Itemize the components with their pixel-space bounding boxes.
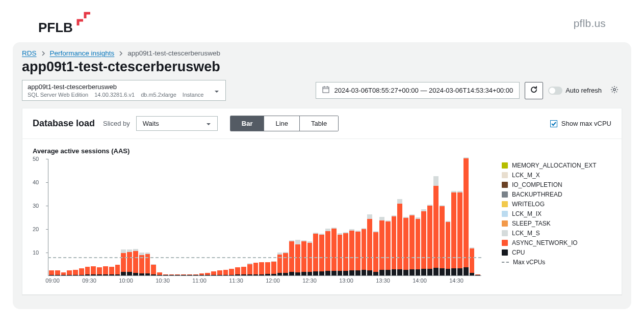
bar[interactable] [343,232,348,275]
bar[interactable] [385,220,391,275]
bar[interactable] [241,267,246,275]
gear-icon [610,86,619,96]
legend-item[interactable]: SLEEP_TASK [502,220,597,227]
legend-item[interactable]: LCK_M_X [502,172,597,179]
bar[interactable] [235,267,240,275]
bar[interactable] [55,270,60,275]
bar[interactable] [451,191,456,275]
legend-swatch [502,162,508,169]
bar[interactable] [307,241,313,275]
bar[interactable] [283,252,288,275]
bar[interactable] [163,274,168,275]
bar[interactable] [139,253,144,275]
bar[interactable] [61,272,66,275]
bar[interactable] [115,265,120,275]
bar[interactable] [331,228,337,275]
bar[interactable] [319,234,324,275]
bar[interactable] [379,217,384,275]
bar[interactable] [433,176,439,275]
chevron-right-icon [41,51,46,56]
bar[interactable] [205,273,210,275]
bar[interactable] [440,205,445,275]
bar[interactable] [223,270,228,275]
bar[interactable] [392,215,397,275]
bar[interactable] [325,229,330,275]
bar[interactable] [362,228,367,275]
view-table-button[interactable]: Table [300,116,338,131]
view-bar-button[interactable]: Bar [230,116,265,131]
settings-button[interactable] [607,83,622,98]
bar[interactable] [427,205,432,275]
show-max-vcpu-checkbox[interactable] [550,120,557,127]
brand-site-link[interactable]: pflb.us [574,17,606,30]
legend-item[interactable]: LCK_M_IX [502,210,597,217]
bar[interactable] [409,214,415,276]
chart-legend: MEMORY_ALLOCATION_EXTLCK_M_XIO_COMPLETIO… [486,159,597,285]
instance-type: Instance [183,92,204,98]
bar[interactable] [253,263,259,275]
bar[interactable] [91,266,96,275]
breadcrumb-link-rds[interactable]: RDS [22,49,37,57]
time-range-selector[interactable]: 2024-03-06T08:55:27+00:00 — 2024-03-06T1… [316,82,520,99]
bar[interactable] [97,267,102,275]
instance-selector[interactable]: app09t1-test-ctescerberusweb SQL Server … [22,80,226,101]
bar[interactable] [475,274,480,275]
bar[interactable] [175,274,180,275]
bar[interactable] [416,217,421,275]
slice-select[interactable]: Waits [136,116,218,131]
bar[interactable] [133,249,138,275]
bar[interactable] [397,199,402,275]
legend-label: LCK_M_IX [512,210,542,217]
bar[interactable] [457,191,462,275]
bar[interactable] [211,271,216,275]
bar[interactable] [49,270,54,275]
legend-item[interactable]: LCK_M_S [502,230,597,237]
bar[interactable] [85,267,90,275]
bar[interactable] [121,249,126,275]
legend-item[interactable]: WRITELOG [502,201,597,208]
view-line-button[interactable]: Line [264,116,300,131]
bar[interactable] [421,209,426,275]
chart-plot: 1020304050 [33,159,481,276]
bar[interactable] [151,264,156,275]
bar[interactable] [79,268,84,275]
refresh-button[interactable] [525,82,543,99]
bar[interactable] [265,262,270,275]
bar[interactable] [373,231,378,275]
bar[interactable] [338,233,343,275]
breadcrumb-link-pi[interactable]: Performance insights [50,49,115,57]
bar[interactable] [67,270,72,275]
bar[interactable] [187,274,192,275]
bar[interactable] [349,229,354,275]
bar[interactable] [259,262,264,275]
bar[interactable] [73,270,78,275]
bar[interactable] [313,233,318,275]
legend-item[interactable]: BACKUPTHREAD [502,191,597,198]
bar[interactable] [446,221,451,275]
legend-item[interactable]: CPU [502,249,597,256]
bar[interactable] [199,273,204,275]
bar[interactable] [217,270,222,275]
bar[interactable] [145,253,150,275]
bar[interactable] [271,261,276,275]
breadcrumb-current: app09t1-test-ctescerberusweb [127,49,220,57]
bar[interactable] [355,231,360,275]
bar[interactable] [229,269,234,275]
legend-item[interactable]: MEMORY_ALLOCATION_EXT [502,162,597,169]
bar[interactable] [157,272,162,275]
bar[interactable] [127,249,132,276]
bar[interactable] [181,274,186,275]
bar[interactable] [169,274,174,275]
bar[interactable] [470,247,475,275]
legend-item[interactable]: ASYNC_NETWORK_IO [502,239,597,246]
bar[interactable] [367,214,372,275]
bar[interactable] [247,263,252,275]
legend-item[interactable]: IO_COMPLETION [502,181,597,188]
bar[interactable] [403,217,408,275]
bar[interactable] [103,266,108,275]
bar[interactable] [193,274,198,275]
bar[interactable] [277,253,282,275]
legend-swatch [502,230,508,236]
bar[interactable] [109,267,114,275]
auto-refresh-toggle[interactable] [548,87,562,95]
